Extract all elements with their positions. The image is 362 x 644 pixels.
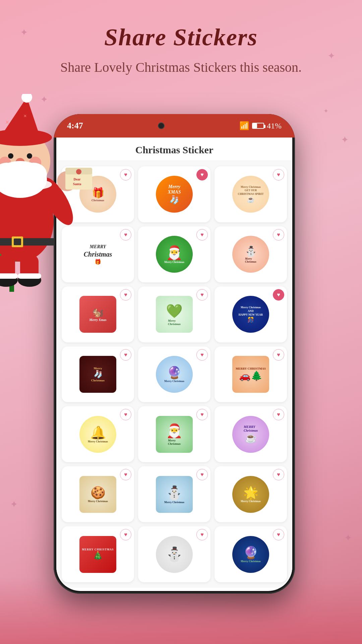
sticker-card-20[interactable]: ♥ ⛄ [138,526,210,582]
sticker-card-4[interactable]: ♥ MERRYChristmas 🎁 [62,226,134,282]
svg-rect-7 [12,236,23,247]
bg-star-4: ✦ [341,134,349,145]
heart-button-10[interactable]: ♥ [120,349,131,361]
bg-star-5: ✦ [13,168,21,179]
sticker-card-6[interactable]: ♥ ⛄ MerryChristmas [215,226,287,282]
battery-percentage: 41% [267,121,282,130]
heart-button-12[interactable]: ♥ [273,349,284,361]
sticker-card-12[interactable]: ♥ MERRY CHRISTMAS 🚗🌲 [215,346,287,402]
sticker-card-2[interactable]: ♥ MerryXMAS 🧦 [138,166,210,222]
sticker-card-3[interactable]: ♥ Merry ChristmasGET OURCHRISTMAS SPIRIT… [215,166,287,222]
sticker-card-19[interactable]: ♥ MERRY CHRISTMAS 🎄 [62,526,134,582]
svg-point-11 [0,273,18,287]
svg-point-31 [0,161,47,198]
sticker-card-8[interactable]: ♥ 💚 MerryChristmas [138,286,210,342]
heart-button-20[interactable]: ♥ [196,529,208,540]
header-section: Share Stickers Share Lovely Christmas St… [0,0,362,84]
battery-icon [252,123,264,129]
svg-point-24 [0,178,52,191]
heart-button-16[interactable]: ♥ [120,469,131,480]
bg-star-3: ✦ [40,94,48,105]
svg-point-5 [0,181,54,262]
svg-point-12 [18,273,41,287]
sticker-card-17[interactable]: ♥ ⛄ Merry Christmas [138,466,210,522]
heart-button-9[interactable]: ♥ [273,289,284,301]
heart-button-1[interactable]: ♥ [120,169,131,180]
sticker-card-11[interactable]: ♥ 🔮 Merry Christmas [138,346,210,402]
page-title: Share Stickers [0,23,362,51]
sticker-card-1[interactable]: ♥ 🎁 Christmas [62,166,134,222]
heart-button-14[interactable]: ♥ [196,409,208,420]
status-right: 📶 41% [239,121,282,130]
heart-button-19[interactable]: ♥ [120,529,131,540]
svg-text:✕: ✕ [23,114,27,118]
sticker-grid[interactable]: ♥ 🎁 Christmas ♥ MerryXMAS 🧦 ♥ Merry Chri… [56,161,292,588]
bg-star-7: ✦ [344,532,352,543]
heart-button-15[interactable]: ♥ [273,409,284,420]
app-title: Christmas Sticker [135,144,213,155]
svg-point-38 [21,94,32,103]
sticker-card-15[interactable]: ♥ MERRYChristmas ☕ [215,406,287,462]
svg-point-22 [0,173,2,230]
status-bar: 4:47 📶 41% [54,114,295,138]
svg-rect-4 [9,258,14,292]
sticker-card-21[interactable]: ♥ 🔮 Merry Christmas [215,526,287,582]
heart-button-17[interactable]: ♥ [196,469,208,480]
heart-button-11[interactable]: ♥ [196,349,208,361]
sticker-card-10[interactable]: ♥ Merry 🧦 Christmas [62,346,134,402]
sticker-card-9[interactable]: ♥ Merry ChristmasANDHAPPY NEW YEAR 🎊 [215,286,287,342]
svg-point-33 [20,163,47,186]
bg-star-8: ✦ [323,107,328,115]
sticker-card-18[interactable]: ♥ 🌟 Merry Christmas [215,466,287,522]
phone-mockup: Dear Santa [54,114,295,594]
page-subtitle: Share Lovely Christmas Stickers this sea… [0,58,362,77]
svg-text:✕: ✕ [5,119,9,125]
sticker-card-16[interactable]: ♥ 🍪 Merry Christmas [62,466,134,522]
heart-button-3[interactable]: ♥ [273,169,284,180]
heart-button-8[interactable]: ♥ [196,289,208,301]
heart-button-7[interactable]: ♥ [120,289,131,301]
sticker-card-7[interactable]: ♥ 🐿️ Merry Xmas [62,286,134,342]
sticker-card-14[interactable]: ♥ 🎅 MerryChristmas [138,406,210,462]
svg-rect-13 [0,273,18,279]
phone-screen: Christmas Sticker ♥ 🎁 Christmas ♥ MerryX… [56,138,292,591]
bg-star-6: ✦ [10,499,18,510]
svg-rect-1 [0,238,35,247]
svg-rect-10 [20,255,39,282]
svg-point-25 [0,131,50,191]
sticker-card-13[interactable]: ♥ 🔔 Merry Christmas [62,406,134,462]
app-header: Christmas Sticker [56,138,292,161]
sticker-card-5[interactable]: ♥ 🎅 Merry Christmas [138,226,210,282]
svg-marker-37 [0,97,40,138]
svg-point-36 [0,129,52,146]
status-time: 4:47 [67,121,83,131]
heart-button-4[interactable]: ♥ [120,229,131,240]
svg-point-28 [0,157,11,169]
svg-point-26 [8,153,13,159]
svg-rect-2 [10,238,20,252]
phone-frame: 4:47 📶 41% Christmas Sticker ♥ 🎁 Christ [54,114,295,594]
phone-camera [158,122,165,129]
svg-point-27 [27,153,32,159]
svg-rect-6 [0,238,54,246]
svg-rect-14 [18,273,41,279]
svg-point-29 [29,157,41,169]
svg-point-3 [28,240,34,245]
svg-rect-8 [14,238,21,245]
heart-button-18[interactable]: ♥ [273,469,284,480]
svg-rect-0 [0,241,30,262]
heart-button-21[interactable]: ♥ [273,529,284,540]
heart-button-13[interactable]: ♥ [120,409,131,420]
svg-rect-9 [0,255,15,282]
signal-icon: 📶 [239,121,249,130]
heart-button-6[interactable]: ♥ [273,229,284,240]
heart-button-2[interactable]: ♥ [196,169,208,180]
svg-point-30 [15,158,25,167]
heart-button-5[interactable]: ♥ [196,229,208,240]
